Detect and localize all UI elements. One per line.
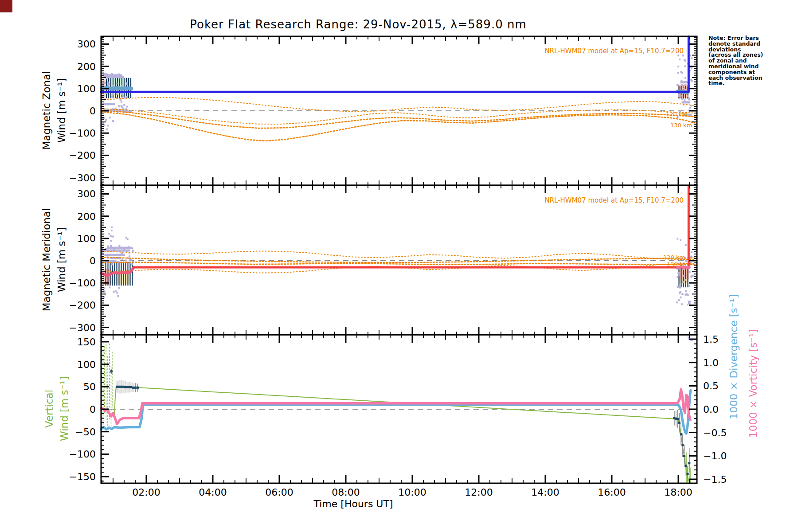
y-tick-label: −200 [69,150,96,161]
curve-label-130km-zonal: 130 km [670,122,692,129]
y-tick-label: −300 [69,172,96,184]
series-hwm07-upper-envelope [101,251,695,260]
y-tick-label: 0 [90,404,96,415]
y-tick-label: −150 [69,471,96,482]
right-tick-label: 1.0 [703,357,719,368]
series-measured-zonal-wind [101,37,688,92]
y-tick-label: −100 [69,128,96,139]
right-tick-label: −1.0 [703,450,727,462]
x-tick-label: 16:00 [598,487,626,498]
axes-magnetic-meridional-wind: 3002001000−100−200−300 [69,185,697,335]
x-tick-label: 04:00 [199,487,227,498]
y-axis-label-zonal-line1: Magnetic Zonal [41,35,52,185]
right-tick-label: 0.0 [703,404,719,415]
curve-label-120km-meridional: 120 km [663,254,685,261]
panel-vertical-wind-divergence-vorticity [101,336,697,483]
series-hwm07-120km [101,257,695,262]
series-hwm07-130km [101,112,695,141]
y-axis-label-meridional-line2: Wind [m s⁻¹] [56,185,67,335]
error-bar-note: Note: Error bars denote standard deviati… [708,35,793,86]
y-tick-label: 300 [77,188,96,200]
right-tick-label: 1.5 [703,334,719,345]
x-tick-label: 02:00 [132,487,160,498]
model-annotation-zonal: NRL-HWM07 model at Ap=15, F10.7=200 [544,47,684,55]
x-tick-label: 14:00 [531,487,559,498]
x-tick-label: 12:00 [465,487,493,498]
y-axis-label-meridional-line1: Magnetic Meridional [41,185,52,335]
right-tick-label: 0.5 [703,380,719,391]
y-axis-label-vertical-line1: Vertical [43,334,55,483]
y-tick-label: 0 [90,106,96,117]
curve-label-130km-meridional: 130 km [667,261,688,268]
series-vorticity-x1000 [101,389,690,424]
x-tick-label: 08:00 [332,487,360,498]
y-tick-label: −50 [75,426,96,438]
y-tick-label: −100 [69,278,96,289]
y-tick-label: 300 [77,39,96,50]
fpi-wind-plot-page: 3002001000−100−200−3003002001000−100−200… [0,0,798,532]
right-tick-label: −0.5 [703,427,727,438]
right-tick-label: −1.5 [703,474,727,485]
y-tick-label: −300 [69,322,96,333]
right-axis-label-vorticity: 1000 × Vorticity [s⁻¹] [747,295,759,472]
y-tick-label: 100 [77,359,96,370]
y-tick-label: 50 [83,381,96,392]
y-tick-label: 100 [77,83,96,94]
y-axis-label-vertical-line2: Wind [m s⁻¹] [59,334,70,483]
y-tick-label: 200 [77,61,96,72]
x-axis-label: Time [Hours UT] [265,498,442,509]
y-tick-label: −100 [69,449,96,460]
page-title: Poker Flat Research Range: 29-Nov-2015, … [101,18,615,31]
series-vertical-wind [114,387,689,481]
x-tick-label: 18:00 [664,487,692,498]
curve-label-120km-zonal: 120 km [666,111,688,117]
x-tick-label: 10:00 [398,487,426,498]
right-axis-label-divergence: 1000 × Divergence [s⁻¹] [728,268,739,446]
series-divergence-x1000 [101,390,691,433]
y-tick-label: 0 [90,255,96,266]
y-tick-label: −200 [69,300,96,311]
y-tick-label: 100 [77,233,96,244]
series-hwm07-130km [101,262,695,265]
y-tick-label: 200 [77,211,96,222]
note-line: time. [708,81,793,86]
x-tick-label: 06:00 [265,487,293,498]
model-annotation-meridional: NRL-HWM07 model at Ap=15, F10.7=200 [544,196,684,204]
y-axis-label-zonal-line2: Wind [m s⁻¹] [56,35,67,185]
y-tick-label: 150 [77,336,96,348]
